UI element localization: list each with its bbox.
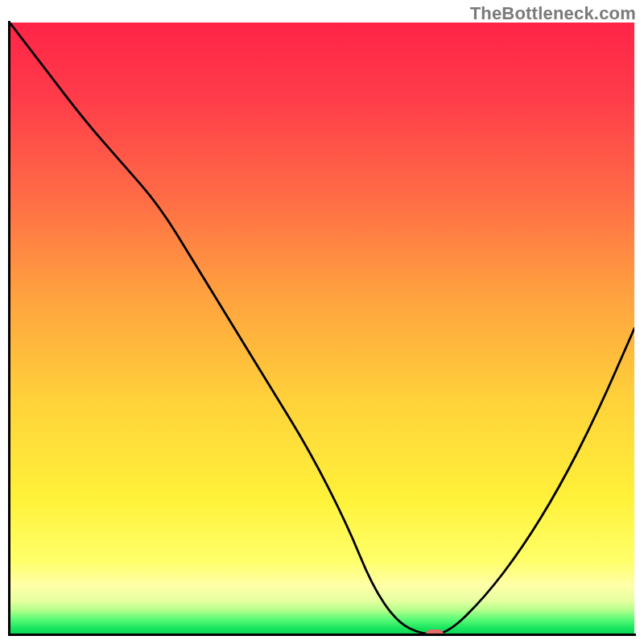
bottleneck-chart: TheBottleneck.com [0,0,644,644]
watermark-text: TheBottleneck.com [470,3,636,24]
bottleneck-curve-path [10,23,634,634]
plot-area [10,23,634,634]
y-axis [8,21,10,636]
x-axis [8,634,636,636]
curve-layer [10,23,634,634]
